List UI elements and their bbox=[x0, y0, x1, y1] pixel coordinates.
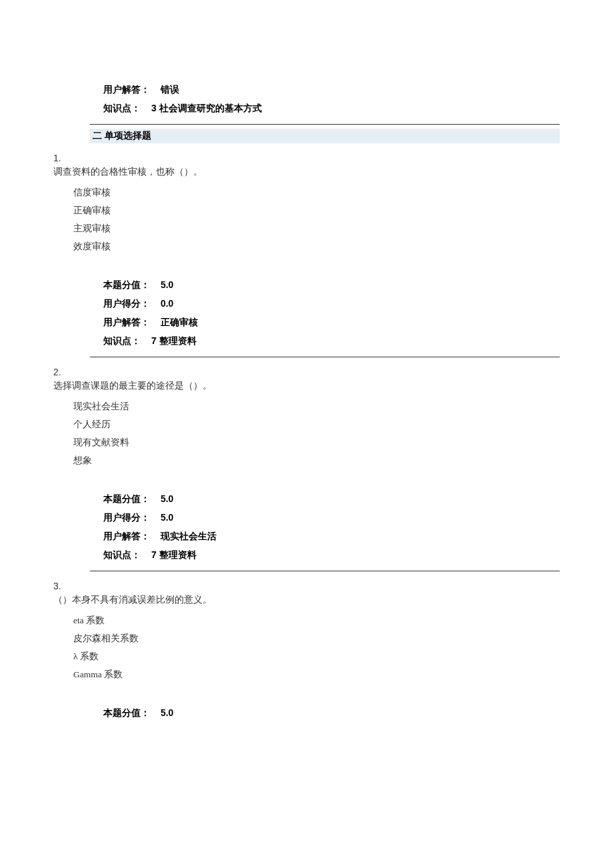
question-option: 个人经历 bbox=[73, 415, 560, 433]
question-meta-block: 本题分值： 5.0 用户得分： 5.0 用户解答： 现实社会生活 知识点： 7 … bbox=[103, 489, 560, 564]
question-options: 信度审核 正确审核 主观审核 效度审核 bbox=[73, 183, 560, 255]
score-value: 5.0 bbox=[161, 275, 173, 294]
score-label: 本题分值： bbox=[103, 489, 150, 508]
question-block: 2. 选择调查课题的最主要的途径是（）。 现实社会生活 个人经历 现有文献资料 … bbox=[53, 367, 560, 571]
question-options: eta 系数 皮尔森相关系数 λ 系数 Gamma 系数 bbox=[73, 611, 560, 683]
user-score-label: 用户得分： bbox=[103, 508, 150, 527]
score-label: 本题分值： bbox=[103, 703, 150, 722]
score-row: 本题分值： 5.0 bbox=[103, 489, 560, 508]
question-block: 1. 调查资料的合格性审核，也称（）。 信度审核 正确审核 主观审核 效度审核 … bbox=[53, 153, 560, 357]
question-number: 1. bbox=[53, 153, 560, 163]
user-answer-label: 用户解答： bbox=[103, 527, 150, 545]
knowledge-point-label: 知识点： bbox=[103, 99, 141, 117]
question-stem: 调查资料的合格性审核，也称（）。 bbox=[53, 166, 560, 178]
user-answer-row: 用户解答： 现实社会生活 bbox=[103, 527, 560, 545]
knowledge-point-row: 知识点： 7 整理资料 bbox=[103, 545, 560, 564]
knowledge-point-value: 7 整理资料 bbox=[151, 545, 197, 564]
user-score-row: 用户得分： 5.0 bbox=[103, 508, 560, 527]
score-value: 5.0 bbox=[161, 489, 173, 508]
user-score-value: 0.0 bbox=[161, 294, 173, 313]
section-header: 二 单项选择题 bbox=[90, 129, 560, 143]
user-score-row: 用户得分： 0.0 bbox=[103, 294, 560, 313]
question-meta-block: 本题分值： 5.0 bbox=[103, 703, 560, 722]
user-score-value: 5.0 bbox=[161, 508, 173, 527]
question-option: 皮尔森相关系数 bbox=[73, 629, 560, 647]
knowledge-point-row: 知识点： 7 整理资料 bbox=[103, 331, 560, 350]
user-score-label: 用户得分： bbox=[103, 294, 150, 313]
score-value: 5.0 bbox=[161, 703, 173, 722]
divider bbox=[90, 357, 560, 357]
question-block: 3. （）本身不具有消减误差比例的意义。 eta 系数 皮尔森相关系数 λ 系数… bbox=[53, 581, 560, 722]
user-answer-row: 用户解答： 错误 bbox=[103, 80, 560, 99]
user-answer-value: 现实社会生活 bbox=[161, 527, 217, 545]
question-option: λ 系数 bbox=[73, 647, 560, 665]
knowledge-point-label: 知识点： bbox=[103, 331, 141, 350]
question-meta-block: 本题分值： 5.0 用户得分： 0.0 用户解答： 正确审核 知识点： 7 整理… bbox=[103, 275, 560, 350]
question-stem: （）本身不具有消减误差比例的意义。 bbox=[53, 594, 560, 606]
user-answer-label: 用户解答： bbox=[103, 313, 150, 331]
question-option: 效度审核 bbox=[73, 237, 560, 255]
score-row: 本题分值： 5.0 bbox=[103, 703, 560, 722]
divider bbox=[90, 124, 560, 125]
question-number: 2. bbox=[53, 367, 560, 377]
question-options: 现实社会生活 个人经历 现有文献资料 想象 bbox=[73, 397, 560, 469]
knowledge-point-value: 3 社会调查研究的基本方式 bbox=[151, 99, 262, 117]
question-option: 想象 bbox=[73, 451, 560, 469]
top-meta-block: 用户解答： 错误 知识点： 3 社会调查研究的基本方式 bbox=[103, 80, 560, 117]
question-stem: 选择调查课题的最主要的途径是（）。 bbox=[53, 380, 560, 392]
user-answer-value: 正确审核 bbox=[161, 313, 198, 331]
question-option: Gamma 系数 bbox=[73, 665, 560, 683]
question-option: 现实社会生活 bbox=[73, 397, 560, 415]
score-row: 本题分值： 5.0 bbox=[103, 275, 560, 294]
knowledge-point-value: 7 整理资料 bbox=[151, 331, 197, 350]
question-number: 3. bbox=[53, 581, 560, 591]
knowledge-point-row: 知识点： 3 社会调查研究的基本方式 bbox=[103, 99, 560, 117]
question-option: 信度审核 bbox=[73, 183, 560, 201]
question-option: 现有文献资料 bbox=[73, 433, 560, 451]
user-answer-value: 错误 bbox=[161, 80, 179, 99]
question-option: 主观审核 bbox=[73, 219, 560, 237]
question-option: eta 系数 bbox=[73, 611, 560, 629]
user-answer-row: 用户解答： 正确审核 bbox=[103, 313, 560, 331]
score-label: 本题分值： bbox=[103, 275, 150, 294]
user-answer-label: 用户解答： bbox=[103, 80, 150, 99]
knowledge-point-label: 知识点： bbox=[103, 545, 141, 564]
divider bbox=[90, 571, 560, 571]
question-option: 正确审核 bbox=[73, 201, 560, 219]
